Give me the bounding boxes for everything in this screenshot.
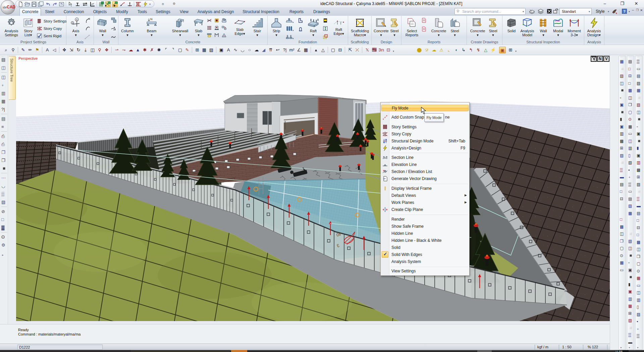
svg-text:A: A: [76, 18, 78, 21]
svg-text:N: N: [150, 17, 153, 21]
